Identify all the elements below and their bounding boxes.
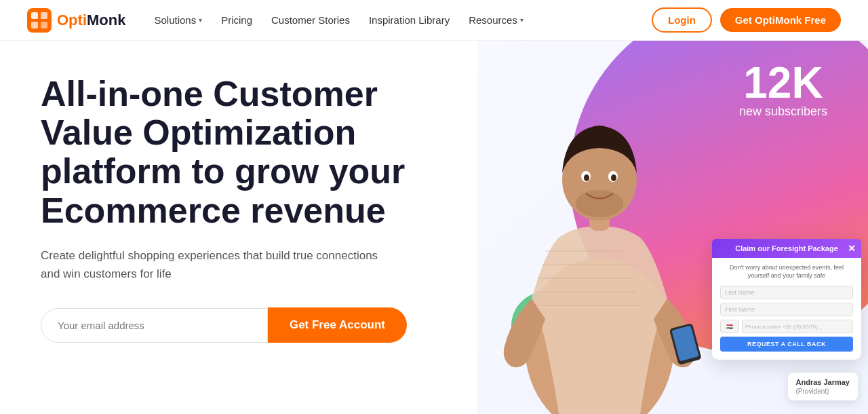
svg-point-12 [576, 190, 623, 217]
solutions-chevron-icon: ▾ [199, 16, 202, 24]
get-free-account-button[interactable]: Get Free Account [268, 307, 407, 343]
hero-left: All-in-one Customer Value Optimization p… [0, 41, 477, 414]
popup-last-name-field[interactable]: Last Name [720, 286, 853, 299]
popup-subtext: Don't worry about unexpected events, fee… [720, 263, 853, 280]
logo[interactable]: OptiMonk [27, 8, 125, 33]
svg-point-10 [584, 174, 589, 181]
hero-title: All-in-one Customer Value Optimization p… [41, 75, 450, 230]
subscriber-stat: 12K new subscribers [739, 61, 827, 119]
stat-number: 12K [739, 61, 827, 105]
popup-first-name-field[interactable]: First Name [720, 303, 853, 316]
popup-phone-flag[interactable]: 🇭🇺 [720, 320, 739, 333]
svg-rect-0 [27, 8, 52, 33]
email-input[interactable] [41, 308, 268, 343]
popup-phone-input[interactable]: Phone number +36 (20/30/70)... [742, 320, 853, 333]
svg-rect-2 [41, 12, 47, 19]
testimonial-company: (Provident) [796, 388, 850, 395]
svg-rect-4 [41, 22, 47, 29]
popup-cta-button[interactable]: REQUEST A CALL BACK [720, 337, 853, 352]
nav-inspiration-library[interactable]: Inspiration Library [361, 9, 458, 31]
popup-header: Claim our Foresight Package ✕ [712, 239, 861, 258]
hero-form: Get Free Account [41, 307, 407, 343]
stat-label: new subscribers [739, 105, 827, 119]
optimonk-logo-icon [27, 8, 52, 33]
hero-section: All-in-one Customer Value Optimization p… [0, 41, 868, 414]
hero-right: 12K new subscribers [477, 41, 868, 414]
resources-chevron-icon: ▾ [520, 16, 524, 24]
svg-point-11 [611, 174, 616, 181]
get-optimonk-free-button[interactable]: Get OptiMonk Free [720, 8, 841, 32]
popup-close-icon[interactable]: ✕ [848, 243, 856, 254]
testimonial-chip: Andras Jarmay (Provident) [788, 373, 859, 400]
nav-customer-stories[interactable]: Customer Stories [263, 9, 358, 31]
logo-text: OptiMonk [57, 12, 125, 29]
hero-subtitle: Create delightful shopping experiences t… [41, 246, 380, 283]
svg-rect-3 [31, 22, 38, 29]
nav-resources[interactable]: Resources ▾ [460, 9, 532, 31]
header: OptiMonk Solutions ▾ Pricing Customer St… [0, 0, 868, 41]
nav-solutions[interactable]: Solutions ▾ [146, 9, 210, 31]
main-nav: Solutions ▾ Pricing Customer Stories Ins… [146, 9, 652, 31]
popup-phone-row: 🇭🇺 Phone number +36 (20/30/70)... [720, 320, 853, 333]
popup-card: Claim our Foresight Package ✕ Don't worr… [712, 239, 861, 360]
person-image [491, 61, 708, 414]
nav-pricing[interactable]: Pricing [213, 9, 260, 31]
testimonial-name: Andras Jarmay [796, 378, 850, 386]
login-button[interactable]: Login [652, 7, 712, 33]
header-actions: Login Get OptiMonk Free [652, 7, 841, 33]
svg-rect-1 [31, 12, 38, 19]
